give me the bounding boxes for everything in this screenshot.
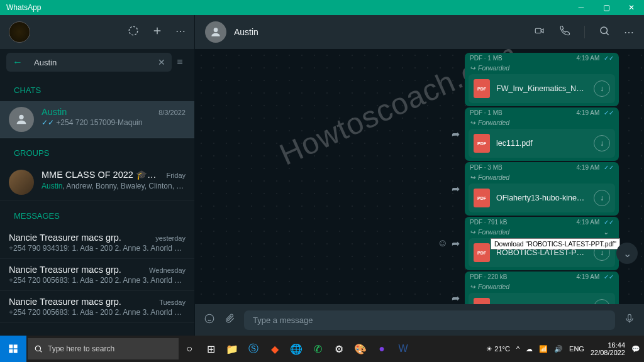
taskbar-app[interactable]: ○ — [179, 336, 200, 362]
svg-point-5 — [205, 314, 214, 323]
download-button[interactable]: ↓ — [594, 135, 610, 151]
search-box[interactable]: ← ✕ — [6, 53, 172, 72]
contact-name: Austin — [234, 27, 258, 37]
svg-point-0 — [129, 26, 138, 35]
chevron-down-icon[interactable]: ⌄ — [598, 228, 614, 236]
forward-icon: ↪ — [470, 228, 475, 236]
windows-search[interactable]: Type here to search — [28, 338, 179, 359]
tray-chevron-icon[interactable]: ^ — [516, 345, 519, 353]
chat-menu-icon[interactable]: ⋯ — [624, 26, 634, 38]
message-bubble[interactable]: PDF · 220 kB4:19 AM ✓✓ ↪Forwarded PDF 20… — [465, 272, 619, 304]
section-chats: CHATS — [0, 75, 194, 101]
forward-icon: ↪ — [470, 64, 475, 72]
window-titlebar: WhatsApp ─ ▢ ✕ — [0, 0, 644, 15]
message-bubble[interactable]: PDF · 1 MB4:19 AM ✓✓ ↪Forwarded PDF FW_I… — [465, 53, 619, 106]
maximize-button[interactable]: ▢ — [594, 0, 619, 15]
avatar — [9, 107, 34, 132]
search-in-chat-icon[interactable] — [599, 25, 610, 39]
share-icon[interactable]: ➦ — [452, 128, 460, 140]
forward-icon: ↪ — [470, 173, 475, 181]
download-tooltip: Download "ROBOTICS-LATEST-PPT.pdf" — [491, 238, 620, 250]
file-name: 2020-Research-Brief-Sanneman... — [496, 303, 587, 304]
avatar — [9, 170, 34, 195]
contact-avatar[interactable] — [205, 21, 226, 43]
download-button[interactable]: ↓ — [594, 190, 610, 206]
taskbar-app[interactable]: ⊞ — [200, 336, 221, 362]
video-call-icon[interactable] — [534, 25, 545, 39]
read-ticks-icon: ✓✓ — [42, 118, 54, 127]
chat-name: MME CLASS OF 2022 🎓👨‍🎓👩‍🎓🥳🎉 — [42, 170, 166, 180]
chat-date: 8/3/2022 — [158, 109, 186, 116]
pdf-icon: PDF — [474, 243, 490, 262]
taskbar-app[interactable]: 🎨 — [350, 336, 371, 362]
chat-item-message[interactable]: Nancie Treasurer macs grp.Tuesday +254 7… — [0, 291, 194, 323]
chat-item-message[interactable]: Nancie Treasurer macs grp.Wednesday +254… — [0, 259, 194, 291]
section-groups: GROUPS — [0, 138, 194, 164]
composer: Type a message — [195, 304, 644, 336]
taskbar-app[interactable]: ✆ — [307, 336, 328, 362]
message-input[interactable]: Type a message — [244, 310, 615, 330]
status-icon[interactable] — [128, 25, 139, 39]
download-button[interactable]: ↓ — [594, 80, 610, 97]
tray-time[interactable]: 16:44 — [591, 341, 625, 349]
message-bubble[interactable]: PDF · 3 MB4:19 AM ✓✓ ↪Forwarded PDF OFla… — [465, 162, 619, 216]
file-name: lec111.pdf — [496, 139, 587, 148]
voice-call-icon[interactable] — [559, 25, 570, 39]
section-messages: MESSAGES — [0, 201, 194, 227]
scroll-to-bottom-button[interactable]: ⌄ — [616, 243, 638, 264]
attach-icon[interactable] — [224, 313, 235, 327]
file-name: OFlaherty13-hubo-kinematics-t... — [496, 194, 587, 202]
taskbar-app[interactable]: ⚙ — [328, 336, 350, 362]
clear-search-icon[interactable]: ✕ — [158, 57, 165, 67]
forward-icon: ↪ — [470, 283, 475, 290]
svg-rect-3 — [535, 28, 541, 33]
chat-item-group[interactable]: MME CLASS OF 2022 🎓👨‍🎓👩‍🎓🥳🎉Friday Austin… — [0, 164, 194, 201]
taskbar-app[interactable]: Ⓢ — [243, 336, 264, 362]
mic-icon[interactable] — [624, 313, 635, 327]
app-title: WhatsApp — [6, 3, 41, 12]
tray-volume-icon[interactable]: 🔊 — [554, 345, 563, 353]
message-bubble[interactable]: PDF · 1 MB4:19 AM ✓✓ ↪Forwarded PDF lec1… — [465, 107, 619, 161]
share-icon[interactable]: ➦ — [452, 292, 460, 304]
share-icon[interactable]: ➦ — [452, 238, 460, 250]
weather-widget[interactable]: ☀ 21°C — [486, 345, 510, 353]
taskbar-app[interactable]: ● — [371, 336, 392, 362]
tray-language[interactable]: ENG — [569, 345, 584, 353]
svg-rect-7 — [9, 344, 13, 348]
notifications-icon[interactable]: 💬 — [631, 345, 640, 353]
taskbar-app[interactable]: W — [392, 336, 414, 362]
menu-icon[interactable]: ⋯ — [175, 25, 186, 39]
taskbar-app[interactable]: ◆ — [264, 336, 286, 362]
tray-date[interactable]: 22/08/2022 — [591, 349, 625, 356]
svg-point-11 — [35, 346, 40, 351]
tray-cloud-icon[interactable]: ☁ — [526, 345, 533, 353]
svg-rect-8 — [14, 344, 18, 348]
pdf-icon: PDF — [474, 189, 490, 207]
chat-item-austin[interactable]: Austin8/3/2022 ✓✓ +254 720 157009-Maquin — [0, 101, 194, 138]
share-icon[interactable]: ➦ — [452, 183, 460, 195]
svg-point-4 — [601, 27, 608, 34]
file-name: FW_Inv_Kinematics_NAO.pdf — [496, 84, 587, 93]
chat-item-message[interactable]: Nancie Treasurer macs grp.yesterday +254… — [0, 227, 194, 259]
svg-rect-6 — [628, 314, 631, 320]
emoji-react-icon[interactable]: ☺ — [438, 238, 448, 250]
tray-wifi-icon[interactable]: 📶 — [539, 345, 548, 353]
search-back-icon[interactable]: ← — [13, 57, 23, 68]
svg-point-2 — [214, 28, 218, 32]
svg-rect-9 — [9, 349, 13, 353]
taskbar-app[interactable]: 🌐 — [286, 336, 307, 362]
close-button[interactable]: ✕ — [619, 0, 644, 15]
pdf-icon: PDF — [474, 298, 490, 304]
search-input[interactable] — [34, 58, 158, 67]
emoji-icon[interactable] — [204, 313, 215, 327]
start-button[interactable] — [0, 336, 26, 362]
taskbar-app[interactable]: 📁 — [221, 336, 243, 362]
my-avatar[interactable] — [9, 21, 30, 43]
download-button[interactable]: ↓ — [594, 299, 610, 304]
new-chat-icon[interactable] — [152, 25, 163, 39]
file-name: ROBOTICS-LATEST-PPT.pdf — [496, 248, 587, 257]
filter-icon[interactable]: ≡ — [172, 57, 188, 68]
minimize-button[interactable]: ─ — [569, 0, 594, 15]
chat-date: Friday — [166, 172, 186, 179]
message-bubble[interactable]: PDF · 791 kB4:19 AM ✓✓ ↪Forwarded⌄ PDF R… — [465, 217, 619, 270]
